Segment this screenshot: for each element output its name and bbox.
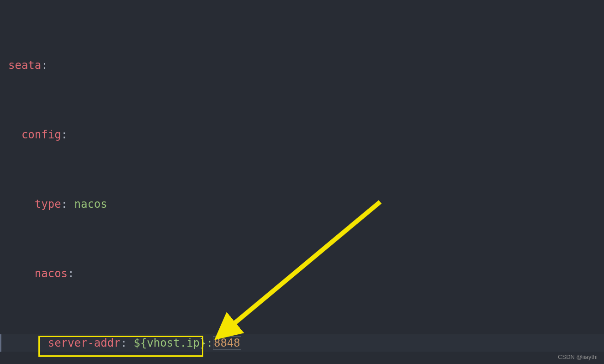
yaml-key: nacos <box>35 267 68 280</box>
yaml-value: ${vhost.ip}: <box>134 337 213 349</box>
colon: : <box>41 59 48 72</box>
yaml-key: seata <box>8 59 41 72</box>
yaml-key: type <box>35 198 61 211</box>
code-line: type: nacos <box>8 195 604 213</box>
code-line: nacos: <box>8 265 604 282</box>
yaml-value: nacos <box>74 198 107 211</box>
yaml-key: server-addr <box>48 337 121 349</box>
yaml-key: config <box>21 128 61 141</box>
code-line: seata: <box>8 57 604 74</box>
code-editor: seata: config: type: nacos nacos: server… <box>0 0 604 364</box>
code-line: config: <box>8 126 604 143</box>
code-line-highlighted: server-addr: ${vhost.ip}:8848 <box>0 334 604 352</box>
watermark: CSDN @iiaythi <box>558 353 598 360</box>
yaml-port: 8848 <box>213 336 241 350</box>
